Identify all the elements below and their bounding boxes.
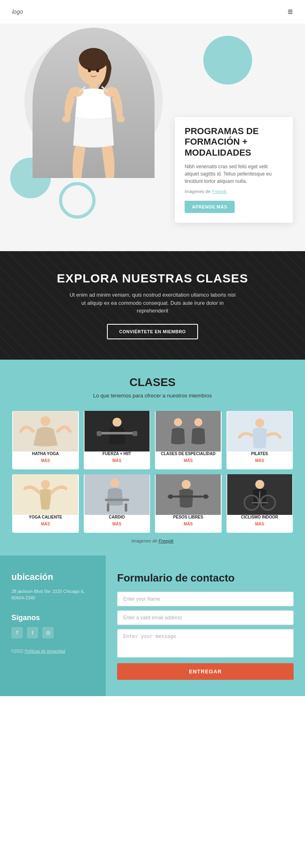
class-card-img-clases-especialidad [155, 411, 222, 451]
hero-card: PROGRAMAS DE FORMACIÓN + MODALIDADES Nib… [175, 117, 293, 223]
class-card-name-cardio: CARDIO [107, 515, 127, 519]
contact-message-input[interactable] [117, 629, 294, 658]
contact-title: Formulario de contacto [117, 572, 294, 584]
svg-rect-17 [132, 431, 137, 436]
class-card-hatha-yoga: HATHA YOGAMÁS [12, 411, 79, 469]
hero-image [33, 28, 155, 178]
class-card-img-pilates [227, 411, 293, 451]
svg-point-14 [112, 418, 121, 427]
hero-description: Nibh venenatis cras sed felis eget velit… [185, 163, 283, 185]
social-icons: ft◎ [11, 627, 94, 638]
svg-point-26 [110, 479, 119, 488]
explore-description: Ut enim ad minim veniam, quis nostrud ex… [67, 291, 238, 315]
class-card-yoga-caliente: YOGA CALIENTEMÁS [12, 474, 79, 533]
class-card-img-pesos-libres [155, 474, 222, 515]
class-card-name-hatha-yoga: HATHA YOGA [30, 451, 61, 456]
svg-point-22 [255, 419, 264, 427]
class-card-ciclismo-indoor: CICLISMO INDOORMÁS [227, 474, 293, 533]
svg-point-6 [117, 116, 125, 122]
footer-left: ubicación 28 jackson Blvd Ste 1020 Chica… [0, 556, 106, 696]
svg-point-12 [41, 416, 50, 426]
contact-email-input[interactable] [117, 610, 294, 625]
class-card-name-fuerza-hiit: FUERZA + HIIT [100, 451, 133, 456]
svg-rect-18 [156, 411, 221, 451]
svg-rect-16 [96, 431, 101, 436]
class-card-mas-hatha-yoga[interactable]: MÁS [41, 458, 50, 463]
hero-img-credit: Imágenes de Freepik [185, 188, 283, 195]
svg-point-20 [194, 418, 203, 426]
navbar: logo ≡ [0, 0, 305, 24]
classes-grid: HATHA YOGAMÁS FUERZA + HIITMÁS CLASES DE… [12, 411, 293, 533]
class-card-name-pilates: PILATES [249, 451, 270, 456]
class-card-mas-yoga-caliente[interactable]: MÁS [41, 522, 50, 526]
footer-section: ubicación 28 jackson Blvd Ste 1020 Chica… [0, 556, 305, 696]
class-card-mas-ciclismo-indoor[interactable]: MÁS [255, 522, 264, 526]
logo: logo [12, 9, 23, 15]
contact-form: ENTREGAR [117, 592, 294, 680]
class-card-img-ciclismo-indoor [227, 474, 293, 515]
class-card-pesos-libres: PESOS LIBRESMÁS [155, 474, 222, 533]
svg-rect-29 [124, 503, 127, 512]
class-card-img-hatha-yoga [12, 411, 79, 451]
class-card-img-yoga-caliente [12, 474, 79, 515]
explore-title: EXPLORA NUESTRAS CLASES [57, 271, 248, 285]
class-card-name-clases-especialidad: CLASES DE ESPECIALIDAD [159, 451, 218, 456]
svg-point-24 [41, 480, 50, 489]
class-card-name-pesos-libres: PESOS LIBRES [171, 515, 206, 519]
class-card-pilates: PILATESMÁS [227, 411, 293, 469]
class-card-img-fuerza-hiit [84, 411, 150, 451]
class-card-name-yoga-caliente: YOGA CALIENTE [26, 515, 65, 519]
follow-title: Síganos [11, 614, 94, 622]
hero-circle-outline [59, 182, 96, 219]
classes-subtitle: Lo que tenemos para ofrecer a nuestros m… [12, 392, 293, 399]
social-icon-1[interactable]: t [27, 627, 38, 638]
privacy-link[interactable]: Políticas de privacidad [24, 649, 65, 653]
footer-right: Formulario de contacto ENTREGAR [106, 556, 305, 696]
class-card-clases-especialidad: CLASES DE ESPECIALIDADMÁS [155, 411, 222, 469]
location-address: 28 jackson Blvd Ste 1020 Chicago IL 6060… [11, 588, 94, 601]
svg-rect-28 [107, 503, 109, 512]
explore-section: EXPLORA NUESTRAS CLASES Ut enim ad minim… [0, 251, 305, 360]
classes-img-credit-link[interactable]: Freepik [159, 538, 174, 543]
svg-point-19 [174, 418, 182, 426]
classes-title: CLASES [12, 376, 293, 389]
copyright: ©2022 Políticas de privacidad [11, 648, 94, 654]
hero-section: PROGRAMAS DE FORMACIÓN + MODALIDADES Nib… [0, 24, 305, 251]
svg-point-34 [255, 480, 264, 489]
hero-circle-teal-top [203, 36, 252, 85]
svg-point-5 [62, 116, 70, 122]
class-card-fuerza-hiit: FUERZA + HIITMÁS [84, 411, 150, 469]
location-title: ubicación [11, 572, 94, 582]
svg-point-9 [88, 68, 91, 72]
classes-section: CLASES Lo que tenemos para ofrecer a nue… [0, 360, 305, 556]
svg-rect-27 [105, 499, 129, 501]
class-card-name-ciclismo-indoor: CICLISMO INDOOR [238, 515, 281, 519]
classes-img-credit: Imágenes de Freepik [12, 538, 293, 543]
svg-point-10 [96, 68, 99, 72]
explore-cta-button[interactable]: CONVIÉRTETE EN MIEMBRO [107, 324, 198, 339]
explore-content: EXPLORA NUESTRAS CLASES Ut enim ad minim… [57, 271, 248, 339]
svg-point-31 [182, 480, 191, 489]
class-card-cardio: CARDIOMÁS [84, 474, 150, 533]
contact-submit-button[interactable]: ENTREGAR [117, 663, 294, 680]
social-icon-2[interactable]: ◎ [42, 627, 54, 638]
class-card-img-cardio [84, 474, 150, 515]
class-card-mas-pilates[interactable]: MÁS [255, 458, 264, 463]
social-icon-0[interactable]: f [11, 627, 23, 638]
class-card-mas-clases-especialidad[interactable]: MÁS [184, 458, 193, 463]
hero-learn-more-button[interactable]: APRENDE MÁS [185, 201, 235, 213]
hero-img-credit-link[interactable]: Freepik [212, 189, 227, 194]
contact-name-input[interactable] [117, 592, 294, 606]
hero-title: PROGRAMAS DE FORMACIÓN + MODALIDADES [185, 126, 283, 158]
class-card-mas-pesos-libres[interactable]: MÁS [184, 522, 193, 526]
class-card-mas-cardio[interactable]: MÁS [112, 522, 121, 526]
class-card-mas-fuerza-hiit[interactable]: MÁS [112, 458, 121, 463]
menu-icon[interactable]: ≡ [288, 7, 293, 17]
hero-person-svg [33, 28, 155, 178]
